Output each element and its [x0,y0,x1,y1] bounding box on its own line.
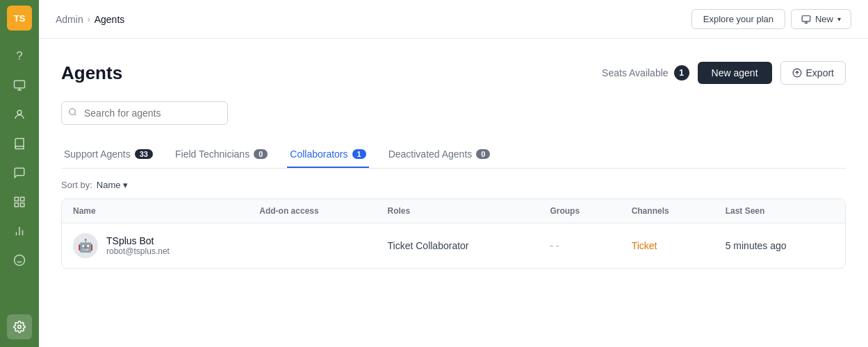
topbar: Admin › Agents Explore your plan New ▾ [39,0,868,39]
sidebar: TS ? [0,0,39,347]
agents-table: Name Add-on access Roles Groups Channels… [62,199,845,268]
new-agent-button[interactable]: New agent [698,62,772,84]
breadcrumb-admin[interactable]: Admin [56,14,83,25]
svg-point-20 [69,109,76,115]
cell-roles: Ticket Collaborator [377,223,539,269]
cell-groups: - - [539,223,620,269]
sidebar-icon-settings[interactable] [7,314,32,339]
search-input[interactable] [61,101,228,125]
search-container [61,101,846,125]
agents-table-container: Name Add-on access Roles Groups Channels… [61,198,846,269]
tab-support-label: Support Agents [64,149,131,160]
explore-plan-button[interactable]: Explore your plan [691,9,785,29]
tab-deactivated-agents[interactable]: Deactivated Agents 0 [386,142,493,168]
cell-last-seen: 5 minutes ago [714,223,845,269]
breadcrumb: Admin › Agents [56,14,691,25]
svg-rect-4 [15,197,18,201]
svg-rect-0 [15,81,25,88]
tab-deactivated-label: Deactivated Agents [388,149,473,160]
table-row: 🤖 TSplus Bot robot@tsplus.net Ticket Col… [62,223,845,269]
col-last-seen: Last Seen [714,199,845,223]
topbar-actions: Explore your plan New ▾ [691,9,851,29]
sidebar-icon-book[interactable] [7,131,32,156]
groups-dash: - - [550,240,559,251]
sort-value: Name [97,180,121,190]
svg-point-3 [17,110,22,115]
export-button[interactable]: Export [780,61,846,85]
new-icon [801,15,811,24]
seats-label: Seats Available [602,67,668,78]
svg-rect-6 [15,203,18,207]
sidebar-icon-grid[interactable] [7,189,32,214]
sidebar-icon-feedback[interactable] [7,248,32,273]
sort-chevron-icon: ▾ [123,180,128,190]
svg-point-14 [18,325,22,329]
agent-info: TSplus Bot robot@tsplus.net [106,235,170,256]
breadcrumb-separator: › [88,15,90,24]
search-wrapper [61,101,228,125]
page-title: Agents [61,62,122,84]
svg-point-11 [15,255,25,266]
col-channels: Channels [621,199,714,223]
seats-info: Seats Available 1 [602,65,689,81]
tab-collaborators[interactable]: Collaborators 1 [287,142,368,168]
svg-rect-7 [21,203,24,207]
sidebar-icon-help[interactable]: ? [7,44,32,69]
svg-rect-5 [21,197,24,201]
col-groups: Groups [539,199,620,223]
tab-deactivated-badge: 0 [476,149,490,159]
tab-support-agents[interactable]: Support Agents 33 [61,142,156,168]
content-area: Agents Seats Available 1 New agent Expor… [39,39,868,347]
sidebar-icon-analytics[interactable] [7,219,32,244]
table-header-row: Name Add-on access Roles Groups Channels… [62,199,845,223]
sidebar-icon-inbox[interactable] [7,73,32,98]
agent-name[interactable]: TSplus Bot [106,235,170,246]
agent-email: robot@tsplus.net [106,246,170,256]
cell-addon [248,223,376,269]
tabs: Support Agents 33 Field Technicians 0 Co… [61,142,846,169]
seats-count-badge: 1 [674,65,689,81]
search-icon [68,108,77,119]
main-container: Admin › Agents Explore your plan New ▾ A… [39,0,868,347]
app-logo: TS [7,6,32,31]
export-label: Export [806,67,834,78]
avatar: 🤖 [73,233,98,258]
cell-name: 🤖 TSplus Bot robot@tsplus.net [62,223,248,269]
new-chevron-icon: ▾ [837,15,841,23]
tab-field-badge: 0 [254,149,268,159]
cell-channels: Ticket [621,223,714,269]
tab-field-label: Field Technicians [175,149,249,160]
channel-link[interactable]: Ticket [632,240,657,251]
svg-rect-15 [802,15,810,21]
page-header: Agents Seats Available 1 New agent Expor… [61,61,846,85]
header-right: Seats Available 1 New agent Export [602,61,846,85]
sort-bar: Sort by: Name ▾ [61,180,846,190]
sort-label: Sort by: [61,180,92,190]
tab-collaborators-badge: 1 [352,149,366,159]
sidebar-icon-contacts[interactable] [7,102,32,127]
export-icon [792,68,802,78]
col-addon: Add-on access [248,199,376,223]
breadcrumb-current: Agents [95,14,125,25]
sort-dropdown[interactable]: Name ▾ [97,180,129,190]
svg-line-21 [74,114,76,115]
tab-field-technicians[interactable]: Field Technicians 0 [172,142,270,168]
tab-collaborators-label: Collaborators [290,149,347,160]
agent-cell: 🤖 TSplus Bot robot@tsplus.net [73,233,237,258]
col-name: Name [62,199,248,223]
col-roles: Roles [377,199,539,223]
sidebar-icon-chat[interactable] [7,160,32,185]
new-label: New [815,14,833,24]
tab-support-badge: 33 [135,149,153,159]
new-button[interactable]: New ▾ [791,9,851,29]
